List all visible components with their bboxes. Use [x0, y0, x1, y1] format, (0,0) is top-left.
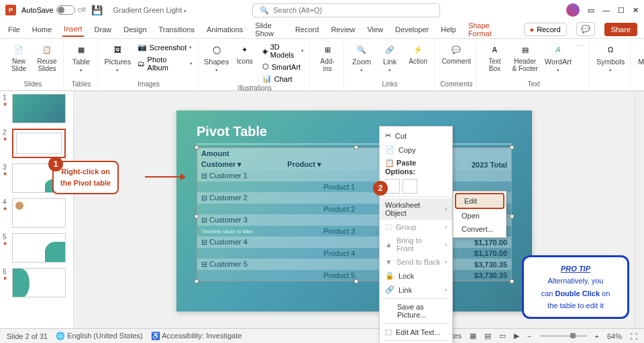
paste-option-2[interactable] [402, 179, 417, 194]
pro-tip-callout: PRO TIP Alternatively, you can Double Cl… [522, 255, 629, 319]
autosave-state: Off [78, 7, 86, 13]
ctx-worksheet-object[interactable]: Worksheet Object› [380, 198, 452, 220]
smartart-button[interactable]: ⬡SmartArt [261, 61, 305, 72]
callout-badge-2: 2 [373, 181, 388, 196]
ctx-lock[interactable]: 🔒Lock [380, 269, 452, 283]
chart-button[interactable]: 📊Chart [261, 73, 305, 84]
tab-home[interactable]: Home [31, 23, 53, 36]
ribbon-options-icon[interactable]: ▭ [588, 6, 594, 15]
tab-draw[interactable]: Draw [93, 23, 113, 36]
zoom-out-icon[interactable]: − [527, 332, 531, 340]
textbox-button[interactable]: AText Box [482, 42, 506, 74]
front-icon: ▲ [385, 241, 392, 249]
close-icon[interactable]: ✕ [633, 6, 639, 15]
status-slide-number[interactable]: Slide 2 of 31 [7, 332, 48, 340]
link-button[interactable]: 🔗Link▾ [378, 42, 402, 74]
new-slide-button[interactable]: 📄New Slide [7, 42, 31, 74]
screenshot-button[interactable]: 📷Screenshot▾ [136, 42, 195, 53]
share-button[interactable]: Share [604, 23, 637, 36]
view-normal-icon[interactable]: ▦ [470, 332, 476, 340]
slide-title: Pivot Table [197, 124, 512, 139]
ctx-save-picture[interactable]: Save as Picture... [380, 300, 452, 322]
comments-group-label: Comments [440, 80, 472, 88]
tab-shape-format[interactable]: Shape Format [467, 19, 505, 40]
status-accessibility[interactable]: ♿ Accessibility: Investigate [151, 332, 242, 340]
header-footer-button[interactable]: ▤Header & Footer [511, 42, 539, 74]
ctx-bring-front: ▲Bring to Front› [380, 234, 452, 255]
tab-design[interactable]: Design [122, 23, 148, 36]
thumbnail-4[interactable] [12, 198, 66, 228]
links-group-label: Links [382, 80, 397, 88]
shapes-button[interactable]: ◯Shapes▾ [204, 42, 228, 74]
callout-badge-1: 1 [48, 157, 63, 172]
reuse-slides-button[interactable]: 📋Reuse Slides [35, 42, 59, 74]
submenu-edit[interactable]: Edit [455, 193, 504, 209]
wordart-button[interactable]: AWordArt▾ [543, 42, 573, 74]
pictures-button[interactable]: 🖼Pictures▾ [103, 42, 132, 74]
search-icon: 🔍 [260, 6, 269, 15]
paste-icon: 📋 [385, 159, 394, 167]
ctx-copy[interactable]: 📄Copy [380, 143, 452, 157]
fit-window-icon[interactable]: ⛶ [630, 332, 637, 340]
thumbnail-2[interactable] [12, 129, 66, 158]
media-button[interactable]: 🔊Media▾ [636, 42, 644, 74]
tab-insert[interactable]: Insert [62, 22, 84, 37]
tab-help[interactable]: Help [439, 23, 458, 36]
vertical-scrollbar[interactable] [635, 91, 644, 331]
view-reading-icon[interactable]: ▭ [499, 332, 506, 340]
powerpoint-icon: P [5, 5, 16, 15]
tab-review[interactable]: Review [329, 23, 356, 36]
submenu-convert[interactable]: Convert... [453, 222, 506, 236]
tab-view[interactable]: View [366, 23, 384, 36]
zoom-in-icon[interactable]: + [595, 332, 599, 340]
ctx-paste-header: 📋 Paste Options: [380, 157, 452, 178]
tab-file[interactable]: File [7, 23, 21, 36]
search-input[interactable]: 🔍 Search (Alt+Q) [252, 3, 440, 17]
addins-button[interactable]: ⊞Add- ins [315, 42, 339, 74]
document-title[interactable]: Gradient Green Light ▾ [113, 6, 187, 14]
3d-models-button[interactable]: ◈3D Models▾ [261, 42, 305, 60]
save-icon[interactable]: 💾 [91, 5, 103, 15]
tab-developer[interactable]: Developer [394, 23, 430, 36]
comment-button[interactable]: 💬Comment [441, 42, 472, 66]
zoom-level[interactable]: 64% [607, 332, 622, 340]
comment-pane-icon[interactable]: 💬 [576, 22, 595, 36]
ctx-cut[interactable]: ✂Cut [380, 129, 452, 143]
thumbnail-5[interactable] [12, 233, 66, 263]
symbols-button[interactable]: ΩSymbols▾ [595, 42, 626, 74]
icons-button[interactable]: ✦Icons [233, 42, 257, 66]
action-button[interactable]: ⚡Action [406, 42, 430, 66]
context-menu: ✂Cut 📄Copy 📋 Paste Options: Worksheet Ob… [379, 126, 453, 343]
tab-slideshow[interactable]: Slide Show [254, 19, 284, 40]
alt-text-icon: ⬚ [385, 328, 392, 336]
tab-record[interactable]: Record [294, 23, 320, 36]
ctx-group: ⬚Group› [380, 220, 452, 234]
submenu-open[interactable]: Open [453, 209, 506, 222]
status-language[interactable]: 🌐 English (United States) [56, 332, 143, 340]
autosave-label: AutoSave [21, 6, 54, 14]
photo-album-button[interactable]: 🗂Photo Album▾ [136, 54, 195, 73]
autosave-toggle[interactable] [56, 5, 75, 15]
ctx-alt-text[interactable]: ⬚Edit Alt Text... [380, 325, 452, 339]
ctx-send-back: ▼Send to Back› [380, 255, 452, 269]
tables-group-label: Tables [72, 80, 91, 88]
cut-icon: ✂ [385, 131, 391, 140]
group-icon: ⬚ [385, 222, 392, 231]
ctx-link[interactable]: 🔗Link› [380, 283, 452, 297]
maximize-icon[interactable]: ☐ [618, 6, 625, 15]
view-slideshow-icon[interactable]: ▶ [514, 332, 519, 340]
tab-animations[interactable]: Animations [205, 23, 244, 36]
zoom-button[interactable]: 🔍Zoom▾ [350, 42, 374, 74]
record-button[interactable]: ●Record [524, 23, 567, 36]
table-button[interactable]: ▦Table▾ [69, 42, 93, 74]
tab-transitions[interactable]: Transitions [158, 23, 196, 36]
text-group-label: Text [528, 80, 540, 88]
slide-thumbnails[interactable]: 1★ 2★ 3★ 4★ 5★ 6★ [0, 91, 74, 331]
zoom-slider[interactable] [540, 335, 587, 337]
thumbnail-1[interactable] [12, 94, 66, 123]
thumbnail-6[interactable] [12, 268, 66, 297]
minimize-icon[interactable]: — [602, 6, 610, 14]
worksheet-object-submenu: Edit Open Convert... [453, 191, 506, 238]
user-avatar[interactable] [566, 3, 580, 17]
view-sorter-icon[interactable]: ▤ [484, 332, 491, 340]
